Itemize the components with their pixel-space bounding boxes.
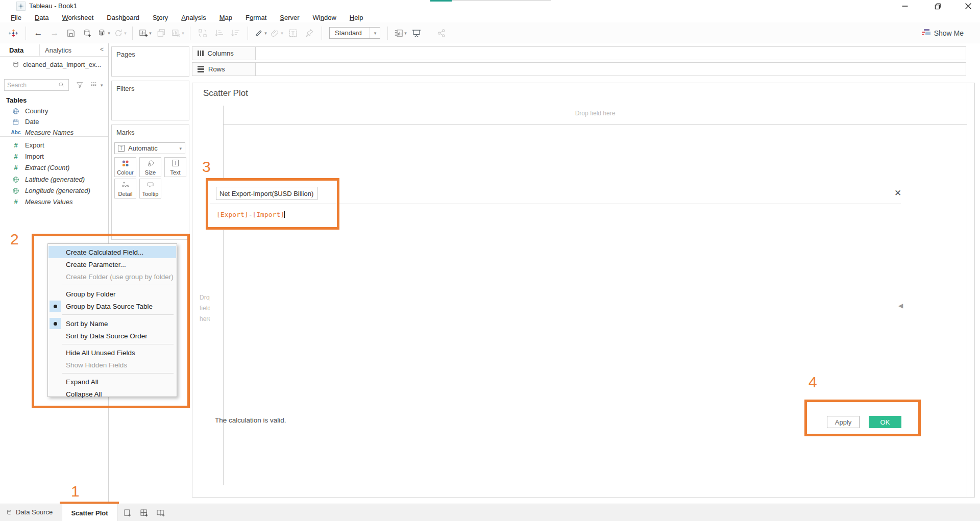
colour-button[interactable]: Colour (114, 157, 136, 177)
swap-rows-columns-icon[interactable] (196, 26, 209, 40)
fit-select-caret[interactable]: ▾ (370, 28, 380, 38)
data-source-tab[interactable]: Data Source (6, 508, 53, 516)
canvas-top-band-line (224, 124, 967, 125)
menu-dashboard[interactable]: Dashboard (100, 14, 146, 21)
menu-file[interactable]: File (4, 14, 28, 21)
columns-icon (198, 51, 204, 56)
mark-type-dropdown[interactable]: T Automatic ▾ (114, 142, 185, 154)
restore-button[interactable] (926, 0, 949, 12)
tooltip-icon (140, 181, 161, 189)
undo-icon[interactable]: ← (32, 26, 45, 40)
presentation-mode-icon[interactable] (410, 26, 423, 40)
share-workbook-icon[interactable] (435, 26, 448, 40)
view-as-list-icon[interactable] (90, 81, 97, 89)
tooltip-button[interactable]: Tooltip (139, 179, 161, 199)
data-source-item[interactable]: cleaned_data_import_ex... (12, 61, 101, 68)
menu-window[interactable]: Window (306, 14, 343, 21)
field-export[interactable]: # Export (0, 140, 109, 151)
tables-header: Tables (6, 96, 27, 104)
pin-icon[interactable] (303, 26, 316, 40)
globe-icon (10, 187, 21, 194)
show-mark-labels-icon[interactable]: ▾ (394, 26, 407, 40)
collapse-pane-icon[interactable]: < (100, 46, 104, 53)
search-box[interactable] (4, 79, 69, 91)
new-dashboard-tab-icon[interactable] (138, 508, 150, 518)
field-country[interactable]: Country (0, 106, 109, 116)
menu-server[interactable]: Server (273, 14, 306, 21)
field-import[interactable]: # Import (0, 151, 109, 162)
filters-label: Filters (116, 85, 134, 92)
toolbar-separator (190, 27, 190, 40)
tableau-window: Tableau - Book1 File Data Worksheet Dash… (0, 0, 980, 521)
new-story-tab-icon[interactable] (154, 508, 166, 518)
number-icon: # (10, 198, 21, 206)
menu-format[interactable]: Format (239, 14, 273, 21)
annotation-number-3: 3 (202, 158, 211, 176)
annotation-number-1: 1 (71, 483, 80, 500)
clear-sheet-icon[interactable]: ▾ (171, 26, 184, 40)
field-extract-count[interactable]: # Extract (Count) (0, 162, 109, 173)
toolbar-separator (26, 27, 26, 40)
view-as-caret[interactable]: ▾ (101, 83, 103, 88)
field-measure-values[interactable]: # Measure Values (0, 196, 109, 207)
group-members-icon[interactable]: ▾ (270, 26, 283, 40)
show-me-label: Show Me (934, 29, 964, 37)
data-source-cylinder-icon (12, 61, 19, 68)
tab-data[interactable]: Data (9, 46, 23, 54)
save-icon[interactable] (64, 26, 78, 40)
new-data-source-icon[interactable] (81, 26, 94, 40)
close-window-button[interactable] (957, 0, 980, 12)
search-input[interactable] (7, 82, 58, 89)
toolbar-separator (132, 27, 133, 40)
detail-button[interactable]: Detail (114, 179, 136, 199)
filters-card[interactable]: Filters (111, 81, 189, 120)
annotation-number-4: 4 (808, 374, 817, 391)
field-latitude[interactable]: Latitude (generated) (0, 174, 109, 185)
columns-shelf-label: Columns (192, 47, 256, 60)
sort-ascending-icon[interactable] (212, 26, 226, 40)
minimize-button[interactable] (893, 0, 917, 12)
new-worksheet-tab-icon[interactable] (121, 508, 134, 518)
show-me-button[interactable]: Show Me (922, 29, 975, 37)
functions-pane-collapse-icon[interactable]: ◀ (898, 302, 903, 309)
sort-descending-icon[interactable] (229, 26, 242, 40)
drop-field-zone-top[interactable]: Drop field here (224, 110, 967, 117)
toolbar-separator (429, 27, 429, 40)
tab-analytics[interactable]: Analytics (45, 46, 71, 54)
size-icon (140, 160, 161, 168)
filter-funnel-icon[interactable] (76, 81, 84, 89)
menu-map[interactable]: Map (213, 14, 239, 21)
annotation-number-2: 2 (10, 231, 19, 248)
detail-icon (115, 181, 136, 189)
menu-worksheet[interactable]: Worksheet (55, 14, 100, 21)
menu-data[interactable]: Data (28, 14, 55, 21)
pages-card[interactable]: Pages (111, 46, 189, 77)
calc-dialog-close-icon[interactable]: ✕ (892, 187, 904, 199)
menu-help[interactable]: Help (343, 14, 370, 21)
sheet-tab-bar: Data Source Scatter Plot (0, 504, 980, 521)
rows-shelf[interactable]: Rows (192, 62, 966, 76)
field-longitude[interactable]: Longitude (generated) (0, 185, 109, 196)
text-button[interactable]: T Text (164, 157, 186, 177)
fit-select[interactable]: Standard ▾ (329, 27, 380, 39)
tableau-logo-icon[interactable] (7, 26, 20, 40)
menu-story[interactable]: Story (146, 14, 175, 21)
duplicate-sheet-icon[interactable] (155, 26, 168, 40)
menu-analysis[interactable]: Analysis (175, 14, 212, 21)
columns-shelf[interactable]: Columns (192, 46, 966, 60)
sheet-tab-scatter-plot[interactable]: Scatter Plot (62, 504, 117, 521)
highlight-icon[interactable]: ▾ (254, 26, 267, 40)
number-icon: # (10, 153, 21, 160)
new-worksheet-icon[interactable]: ▾ (138, 26, 152, 40)
redo-icon[interactable]: → (48, 26, 61, 40)
marks-label: Marks (116, 129, 134, 136)
refresh-data-icon[interactable]: ▾ (113, 26, 127, 40)
fix-axes-icon[interactable] (286, 26, 300, 40)
tableau-app-icon (16, 2, 26, 11)
field-date[interactable]: Date (0, 116, 109, 127)
pause-auto-updates-icon[interactable]: ▾ (97, 26, 110, 40)
colour-icon (115, 160, 136, 167)
text-icon: T (165, 160, 186, 166)
title-bar: Tableau - Book1 (0, 0, 980, 12)
size-button[interactable]: Size (139, 157, 161, 177)
